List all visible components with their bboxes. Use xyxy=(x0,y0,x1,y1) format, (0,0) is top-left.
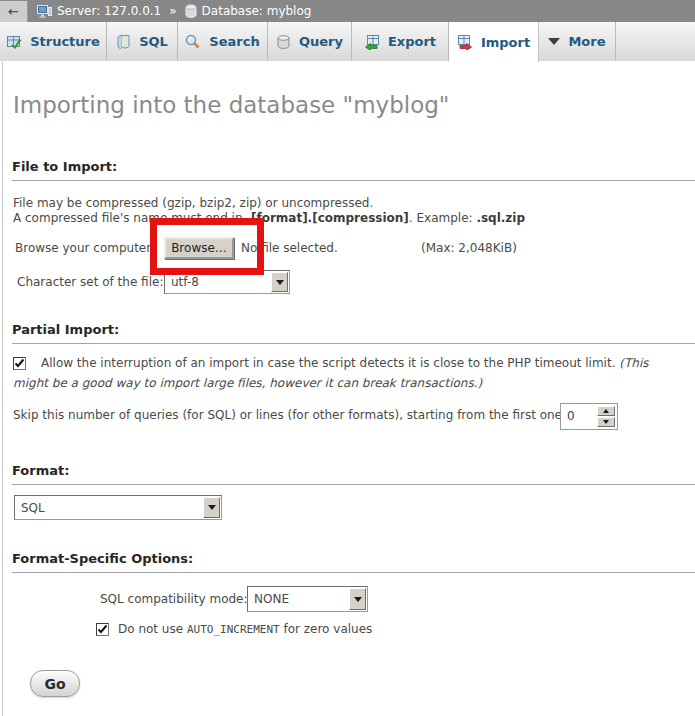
tab-label: More xyxy=(568,34,605,49)
line2-prefix: A compressed file's name must end in xyxy=(13,211,246,225)
section-heading-format-options: Format-Specific Options: xyxy=(12,551,695,573)
tab-structure[interactable]: Structure xyxy=(0,22,107,61)
format-select-value: SQL xyxy=(21,501,202,515)
breadcrumb-bar: ← Server: 127.0.0.1 » Database: xyxy=(0,0,695,22)
format-select[interactable]: SQL xyxy=(14,495,222,520)
charset-dropdown-arrow-icon[interactable] xyxy=(271,272,288,292)
charset-label: Character set of the file: xyxy=(17,275,163,289)
line2-mid: . Example: xyxy=(409,211,477,225)
compression-info-line1: File may be compressed (gzip, bzip2, zip… xyxy=(13,196,373,210)
charset-select-value: utf-8 xyxy=(171,275,270,289)
no-file-selected-text: No file selected. xyxy=(241,241,338,255)
auto-increment-prefix: Do not use xyxy=(118,622,187,636)
spinner-down-button[interactable] xyxy=(597,417,615,427)
sql-icon xyxy=(116,34,131,50)
line2-example: .sql.zip xyxy=(476,211,525,225)
spinner-up-button[interactable] xyxy=(597,406,615,416)
sql-compatibility-value: NONE xyxy=(254,592,348,606)
auto-increment-suffix: for zero values xyxy=(280,622,373,636)
browse-button[interactable]: Browse… xyxy=(164,237,234,259)
tab-sql[interactable]: SQL xyxy=(107,22,178,61)
breadcrumb-server[interactable]: Server: 127.0.0.1 xyxy=(57,4,161,18)
tab-search[interactable]: Search xyxy=(178,22,268,61)
structure-icon xyxy=(6,34,22,50)
compression-info-line2: A compressed file's name must end in .[f… xyxy=(13,211,525,225)
breadcrumb: Server: 127.0.0.1 » Database: myblog xyxy=(37,4,311,18)
tab-label: SQL xyxy=(139,34,168,49)
server-icon xyxy=(37,5,52,18)
content-left-border xyxy=(2,61,3,716)
breadcrumb-database[interactable]: Database: myblog xyxy=(202,4,312,18)
section-heading-partial-import: Partial Import: xyxy=(12,322,695,344)
charset-select[interactable]: utf-8 xyxy=(164,270,290,294)
skip-queries-input[interactable]: 0 xyxy=(560,403,618,430)
sql-compatibility-dropdown-arrow-icon[interactable] xyxy=(349,588,366,610)
skip-queries-value: 0 xyxy=(561,404,595,429)
max-size-text: (Max: 2,048KiB) xyxy=(421,241,517,255)
go-button[interactable]: Go xyxy=(30,670,80,697)
auto-increment-row: Do not use AUTO_INCREMENT for zero value… xyxy=(96,622,372,636)
checkmark-icon xyxy=(14,358,25,369)
tab-import[interactable]: Import xyxy=(449,22,539,62)
section-heading-format: Format: xyxy=(12,463,695,485)
query-database-icon xyxy=(276,34,291,50)
tab-label: Structure xyxy=(30,34,100,49)
tab-label: Import xyxy=(481,35,530,50)
skip-queries-label: Skip this number of queries (for SQL) or… xyxy=(13,408,566,422)
database-icon xyxy=(185,4,197,18)
tab-export[interactable]: Export xyxy=(352,22,449,61)
export-icon xyxy=(364,34,380,50)
tab-query[interactable]: Query xyxy=(268,22,352,61)
tab-label: Export xyxy=(388,34,436,49)
browse-label: Browse your computer: xyxy=(15,241,155,255)
checkmark-icon xyxy=(97,624,108,635)
format-dropdown-arrow-icon[interactable] xyxy=(203,497,220,518)
page-title: Importing into the database "myblog" xyxy=(13,92,449,118)
breadcrumb-separator: » xyxy=(169,4,176,18)
back-icon: ← xyxy=(8,4,19,19)
allow-interruption-text: Allow the interruption of an import in c… xyxy=(41,356,619,370)
section-heading-file-to-import: File to Import: xyxy=(12,159,695,181)
tab-more[interactable]: More xyxy=(539,22,616,61)
import-icon xyxy=(457,34,473,50)
tab-bar: Structure SQL Search xyxy=(0,22,695,61)
tab-label: Search xyxy=(209,34,259,49)
sql-compatibility-label: SQL compatibility mode: xyxy=(100,592,248,606)
allow-interruption-row: Allow the interruption of an import in c… xyxy=(13,353,683,393)
line2-format-pattern: .[format].[compression] xyxy=(246,211,408,225)
phpmyadmin-import-page: ← Server: 127.0.0.1 » Database: xyxy=(0,0,695,716)
auto-increment-code: AUTO_INCREMENT xyxy=(187,623,280,636)
chevron-down-icon xyxy=(548,38,560,45)
allow-interruption-checkbox[interactable] xyxy=(13,357,26,370)
spinner-buttons xyxy=(597,406,615,427)
back-button[interactable]: ← xyxy=(0,1,28,22)
sql-compatibility-select[interactable]: NONE xyxy=(247,586,368,612)
search-icon xyxy=(185,34,201,50)
tab-label: Query xyxy=(299,34,343,49)
auto-increment-checkbox[interactable] xyxy=(96,623,109,636)
